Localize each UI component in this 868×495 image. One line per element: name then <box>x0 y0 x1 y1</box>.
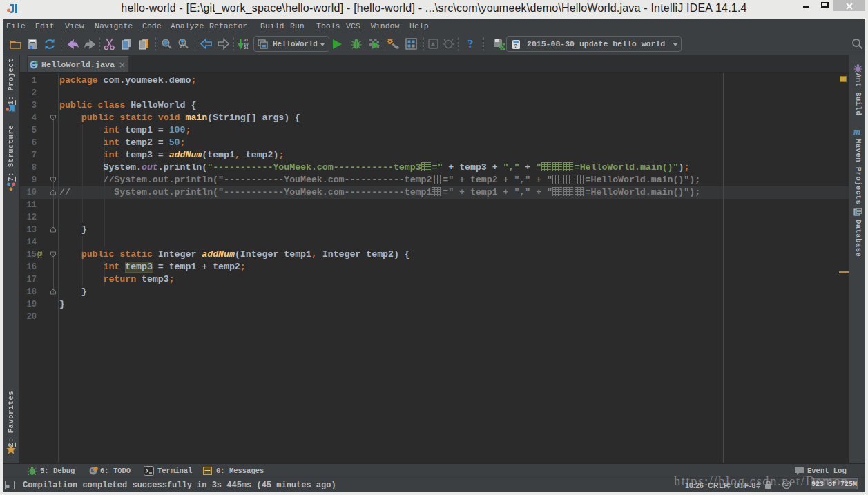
svg-text:?: ? <box>514 43 517 49</box>
svg-text:A: A <box>180 42 184 49</box>
svg-text:m: m <box>853 127 860 136</box>
svg-text:01: 01 <box>244 46 248 50</box>
